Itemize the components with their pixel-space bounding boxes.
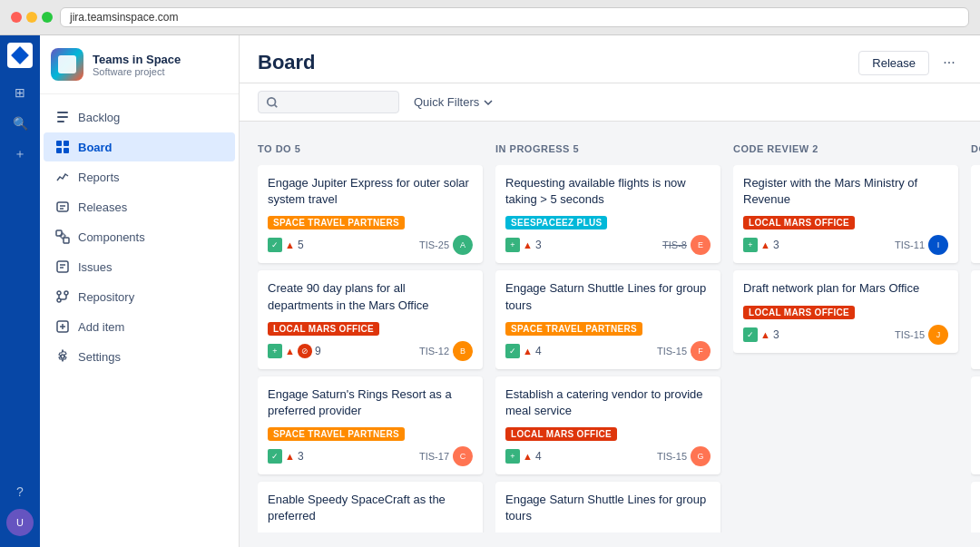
search-box[interactable] <box>258 91 399 113</box>
card[interactable]: Create 90 day plans for all departments … <box>258 270 483 368</box>
card[interactable]: Engage Saturn Shuttle Lines for group to… <box>495 482 720 532</box>
card-tag: LOCAL MARS OFFICE <box>743 216 855 230</box>
sidebar-item-repository[interactable]: Repository <box>44 282 235 311</box>
card[interactable]: Establish a catering vendor to provide m… <box>495 376 720 474</box>
story-icon: + <box>268 344 282 358</box>
maximize-button[interactable] <box>42 12 53 23</box>
priority-icon: ▲ <box>285 451 295 462</box>
check-icon: ✓ <box>268 449 282 464</box>
sidebar-item-issues[interactable]: Issues <box>44 252 235 281</box>
card-count: 5 <box>298 239 304 251</box>
column-cards-done: Homepage footer uses an inline style - s… <box>971 165 980 532</box>
column-title-codereview: CODE REVIEW 2 <box>733 143 818 154</box>
card-id: TIS-12 <box>419 346 449 357</box>
reports-label: Reports <box>78 171 120 184</box>
card-icons: ✓ ▲ 3 <box>268 449 416 464</box>
card-meta: + ▲ 3 TIS-8 E <box>505 235 710 255</box>
avatar: B <box>453 341 473 361</box>
backlog-icon <box>54 109 71 125</box>
card[interactable]: Engage Jupiter Express for outer solar s… <box>258 165 483 263</box>
svg-rect-2 <box>57 121 64 122</box>
project-header[interactable]: Teams in Space Software project <box>40 35 239 94</box>
card-icons: ✓ ▲ 3 <box>743 327 891 342</box>
home-icon[interactable]: ⊞ <box>6 79 34 106</box>
search-input[interactable] <box>282 95 391 109</box>
address-bar[interactable]: jira.teamsinspace.com <box>60 7 969 27</box>
more-options-button[interactable]: ··· <box>936 50 962 75</box>
column-title-inprogress: IN PROGRESS 5 <box>495 143 579 154</box>
quick-filters-button[interactable]: Quick Filters <box>407 92 501 112</box>
card[interactable]: Engage Saturn Shuttle Lines for group to… <box>495 270 720 368</box>
card-meta: + ▲ ⊘ 9 TIS-12 B <box>268 341 473 361</box>
svg-point-15 <box>57 291 61 295</box>
avatar: I <box>928 235 948 255</box>
project-avatar-inner <box>58 55 76 73</box>
sidebar-item-reports[interactable]: Reports <box>44 162 235 191</box>
sidebar-item-releases[interactable]: Releases <box>44 192 235 221</box>
priority-icon: ▲ <box>285 239 295 250</box>
card[interactable]: Establish a catering vendor to provide m… <box>971 482 980 532</box>
page-title: Board <box>258 51 316 74</box>
column-inprogress: IN PROGRESS 5 Requesting available fligh… <box>495 136 722 532</box>
svg-rect-12 <box>57 261 68 272</box>
story-icon: + <box>743 238 758 252</box>
block-icon: ⊘ <box>298 344 312 358</box>
sidebar-item-add-item[interactable]: Add item <box>44 312 235 341</box>
quick-filters-label: Quick Filters <box>414 95 479 109</box>
column-cards-inprogress: Requesting available flights is now taki… <box>495 165 722 532</box>
card-icons: + ▲ ⊘ 9 <box>268 344 416 358</box>
sidebar-item-board[interactable]: Board <box>44 132 235 161</box>
column-title-done: DONE 8 <box>971 143 980 154</box>
card[interactable]: Engage JetShuttle SpaceWays for travel S… <box>971 270 980 368</box>
svg-rect-0 <box>57 112 68 113</box>
search-icon[interactable]: 🔍 <box>6 110 34 137</box>
svg-rect-4 <box>64 141 69 146</box>
card[interactable]: Draft network plan for Mars Office LOCAL… <box>733 270 958 352</box>
card-id: TIS-11 <box>895 239 925 250</box>
card[interactable]: Requesting available flights is now taki… <box>495 165 720 263</box>
card-title: Engage Saturn Shuttle Lines for group to… <box>505 492 710 524</box>
card-tag: SEESPACEEZ PLUS <box>505 216 607 230</box>
browser-chrome: jira.teamsinspace.com <box>0 0 980 35</box>
column-todo: TO DO 5 Engage Jupiter Express for outer… <box>258 136 485 532</box>
app-logo[interactable] <box>7 43 33 68</box>
card-tag: SPACE TRAVEL PARTNERS <box>505 322 642 336</box>
board-icon <box>54 139 71 155</box>
app: ⊞ 🔍 ＋ ? U Teams in Space Software projec… <box>0 35 980 547</box>
components-icon <box>54 229 71 245</box>
main-content: Board Release ··· Quick Filters TO DO 5 <box>240 35 980 547</box>
repository-label: Repository <box>78 290 134 304</box>
help-icon[interactable]: ? <box>6 478 34 505</box>
card-count: 9 <box>315 345 321 357</box>
sidebar-item-components[interactable]: Components <box>44 222 235 251</box>
close-button[interactable] <box>11 12 22 23</box>
check-icon: ✓ <box>268 238 282 252</box>
priority-icon: ▲ <box>523 451 533 462</box>
column-header-done: DONE 8 <box>971 136 980 165</box>
column-cards-todo: Engage Jupiter Express for outer solar s… <box>258 165 485 532</box>
priority-icon: ▲ <box>523 239 533 250</box>
card[interactable]: Register with the Mars Ministry of Reven… <box>733 165 958 263</box>
card-count: 3 <box>773 328 779 341</box>
board-toolbar: Quick Filters <box>240 83 980 122</box>
check-icon: ✓ <box>743 327 758 342</box>
card[interactable]: Engage Saturn's Rings Resort as a prefer… <box>258 376 483 474</box>
user-avatar[interactable]: U <box>6 509 34 536</box>
sidebar-item-backlog[interactable]: Backlog <box>44 103 235 132</box>
svg-point-23 <box>268 97 276 105</box>
project-info: Teams in Space Software project <box>93 53 181 77</box>
card-tag: LOCAL MARS OFFICE <box>268 322 379 336</box>
card-icons: + ▲ 3 <box>743 238 891 252</box>
card[interactable]: Enable Speedy SpaceCraft as the preferre… <box>258 482 483 532</box>
minimize-button[interactable] <box>26 12 37 23</box>
card-tag: SPACE TRAVEL PARTNERS <box>268 427 405 441</box>
create-icon[interactable]: ＋ <box>6 141 34 168</box>
card[interactable]: Homepage footer uses an inline style - s… <box>971 165 980 263</box>
release-button[interactable]: Release <box>858 51 929 75</box>
card-meta: ✓ ▲ 3 TIS-17 C <box>268 446 473 466</box>
card[interactable]: Engage Saturn Shuttle Lines for group to… <box>971 376 980 474</box>
story-icon: + <box>505 238 520 252</box>
column-header-codereview: CODE REVIEW 2 <box>733 136 960 165</box>
card-meta: ✓ ▲ 3 TIS-15 J <box>743 325 948 345</box>
sidebar-item-settings[interactable]: Settings <box>44 342 235 371</box>
